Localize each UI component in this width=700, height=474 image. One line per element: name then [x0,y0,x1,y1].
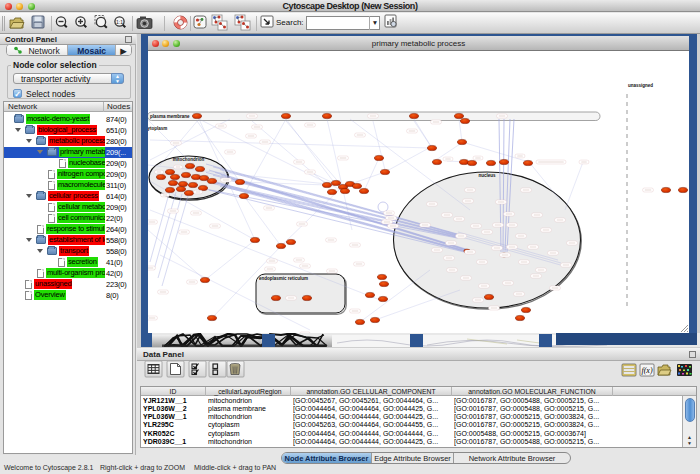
svg-text:nucleus: nucleus [478,173,496,178]
svg-text:unassigned: unassigned [628,83,653,88]
svg-text:endoplasmic reticulum: endoplasmic reticulum [259,276,308,281]
svg-text:1:1: 1:1 [116,19,123,25]
svg-text:mitochondrion: mitochondrion [173,157,205,162]
svg-text:plasma membrane: plasma membrane [150,114,190,119]
svg-text:cytoplasm: cytoplasm [148,126,167,131]
svg-text:f(x): f(x) [641,366,652,375]
